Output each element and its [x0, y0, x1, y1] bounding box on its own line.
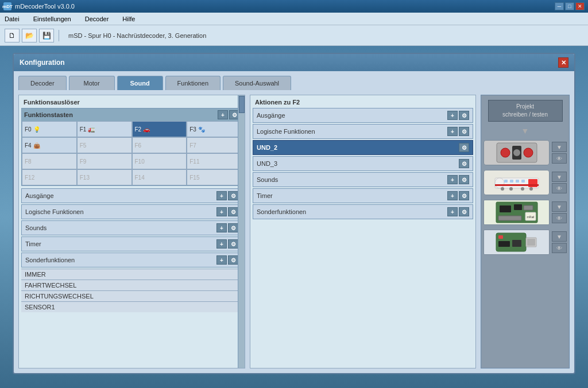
left-logische-add[interactable]: +: [216, 207, 227, 216]
svg-rect-20: [524, 205, 533, 210]
tab-sound-auswahl[interactable]: Sound-Auswahl: [223, 76, 291, 90]
left-ausgange-add[interactable]: +: [216, 191, 227, 200]
mid-und3-settings[interactable]: ⚙: [459, 159, 469, 168]
left-timer-add[interactable]: +: [216, 239, 227, 249]
close-button[interactable]: ✕: [575, 2, 585, 10]
fk-f15[interactable]: F15: [187, 169, 242, 185]
svg-rect-8: [504, 180, 508, 183]
ice-view-button[interactable]: 👁: [552, 183, 567, 193]
fk-add-button[interactable]: +: [218, 110, 228, 119]
device-btns-usb: ▼ 👁: [552, 231, 567, 253]
left-ausgange-settings[interactable]: ⚙: [228, 191, 238, 200]
mid-sounds-settings[interactable]: ⚙: [459, 175, 469, 184]
menu-datei[interactable]: Datei: [2, 14, 22, 24]
device-image-decoder-round: [483, 140, 550, 165]
mid-sonder-label: Sonderfunktionen: [257, 208, 306, 215]
mid-logische-settings[interactable]: ⚙: [459, 127, 469, 136]
project-write-button[interactable]: Projekt schreiben / testen: [488, 100, 563, 122]
dialog-title-bar: Konfiguration ✕: [14, 54, 574, 71]
fk-f13[interactable]: F13: [77, 169, 132, 185]
fk-f14[interactable]: F14: [132, 169, 187, 185]
mid-logische-section: Logische Funktionen + ⚙: [253, 124, 473, 139]
board-view-button[interactable]: 👁: [552, 213, 567, 223]
svg-text:mRail: mRail: [527, 215, 534, 219]
fk-f7[interactable]: F7: [187, 137, 242, 153]
fk-f4[interactable]: F4👜: [22, 137, 77, 153]
mid-sonder-add[interactable]: +: [447, 207, 458, 216]
save-button[interactable]: 💾: [39, 29, 54, 42]
mid-logische-add[interactable]: +: [447, 127, 458, 136]
list-item-richtung[interactable]: RICHTUNGSWECHSEL: [21, 290, 242, 301]
left-logische-label: Logische Funktionen: [25, 208, 84, 215]
maximize-button[interactable]: □: [565, 2, 574, 10]
mid-timer-add[interactable]: +: [447, 191, 458, 200]
fk-f1[interactable]: F1🚛: [77, 121, 132, 137]
tabs-bar: Decoder Motor Sound Funktionen Sound-Aus…: [14, 71, 574, 90]
fk-f0[interactable]: F0💡: [22, 121, 77, 137]
mid-sounds-add[interactable]: +: [447, 175, 458, 184]
left-logische-settings[interactable]: ⚙: [228, 207, 238, 216]
list-item-sensor[interactable]: SENSOR1: [21, 301, 242, 312]
right-panel: Projekt schreiben / testen ▼: [481, 95, 570, 368]
device-row-board: mRail ▼ 👁: [483, 200, 567, 225]
left-panel-title: Funktionsauslöser: [21, 98, 242, 108]
left-timer-settings[interactable]: ⚙: [228, 239, 238, 249]
left-sounds-add[interactable]: +: [216, 223, 227, 232]
mid-sonder-settings[interactable]: ⚙: [459, 207, 469, 216]
mid-und2-settings[interactable]: ⚙: [459, 143, 469, 152]
dialog-close-button[interactable]: ✕: [558, 57, 568, 68]
open-button[interactable]: 📂: [22, 29, 37, 42]
left-ausgange-label: Ausgänge: [25, 192, 54, 199]
mid-ausgange-add[interactable]: +: [447, 111, 458, 120]
svg-rect-12: [495, 184, 539, 186]
device-row-usb: ▼ 👁: [483, 230, 567, 255]
fk-f9[interactable]: F9: [77, 153, 132, 169]
app-title: mDecoderTool v3.0.0: [15, 3, 75, 10]
menu-einstellungen[interactable]: Einstellungen: [31, 14, 74, 24]
fk-f3[interactable]: F3🐾: [187, 121, 242, 137]
main-content: Konfiguration ✕ Decoder Motor Sound Funk…: [0, 46, 588, 388]
left-logische-section: Logische Funktionen + ⚙: [21, 204, 242, 219]
left-scrollbar-thumb[interactable]: [239, 96, 245, 113]
svg-rect-26: [527, 239, 535, 246]
device-btns-decoder: ▼ 👁: [552, 142, 567, 164]
tab-motor[interactable]: Motor: [69, 76, 115, 90]
left-sonder-add[interactable]: +: [216, 255, 227, 265]
fk-f12[interactable]: F12: [22, 169, 77, 185]
left-sounds-settings[interactable]: ⚙: [228, 223, 238, 232]
tab-decoder[interactable]: Decoder: [18, 76, 67, 90]
decoder-view-button[interactable]: 👁: [552, 153, 567, 164]
mid-timer-settings[interactable]: ⚙: [459, 191, 469, 200]
tab-sound[interactable]: Sound: [117, 76, 163, 90]
list-item-fahrt[interactable]: FAHRTWECHSEL: [21, 280, 242, 290]
board-svg: mRail: [494, 200, 540, 225]
fk-f2[interactable]: F2🚗: [132, 121, 187, 137]
fk-f8[interactable]: F8: [22, 153, 77, 169]
fk-header-label: Funktionstasten: [24, 111, 73, 118]
left-scrollbar[interactable]: [238, 95, 245, 368]
device-image-board: mRail: [483, 200, 550, 225]
fk-f6[interactable]: F6: [132, 137, 187, 153]
svg-rect-28: [498, 241, 510, 247]
fk-f11[interactable]: F11: [187, 153, 242, 169]
mid-ausgange-settings[interactable]: ⚙: [459, 111, 469, 120]
new-button[interactable]: 🗋: [5, 29, 20, 42]
menu-hilfe[interactable]: Hilfe: [120, 14, 137, 24]
list-item-immer[interactable]: IMMER: [21, 269, 242, 280]
left-sonder-settings[interactable]: ⚙: [228, 255, 238, 265]
ice-download-button[interactable]: ▼: [552, 172, 567, 182]
mid-ausgange-section: Ausgänge + ⚙: [253, 108, 473, 123]
usb-view-button[interactable]: 👁: [552, 243, 567, 253]
fk-f5[interactable]: F5: [77, 137, 132, 153]
menu-bar: Datei Einstellungen Decoder Hilfe: [0, 13, 588, 25]
decoder-download-button[interactable]: ▼: [552, 142, 567, 152]
svg-rect-27: [498, 235, 503, 239]
board-download-button[interactable]: ▼: [552, 201, 567, 212]
usb-download-button[interactable]: ▼: [552, 231, 567, 242]
svg-point-15: [521, 187, 524, 191]
fk-f10[interactable]: F10: [132, 153, 187, 169]
tab-funktionen[interactable]: Funktionen: [165, 76, 220, 90]
menu-decoder[interactable]: Decoder: [83, 14, 111, 24]
minimize-button[interactable]: ─: [555, 2, 564, 10]
toolbar-label: mSD - Spur H0 - Nachrüstdecoder, 3. Gene…: [68, 32, 206, 39]
